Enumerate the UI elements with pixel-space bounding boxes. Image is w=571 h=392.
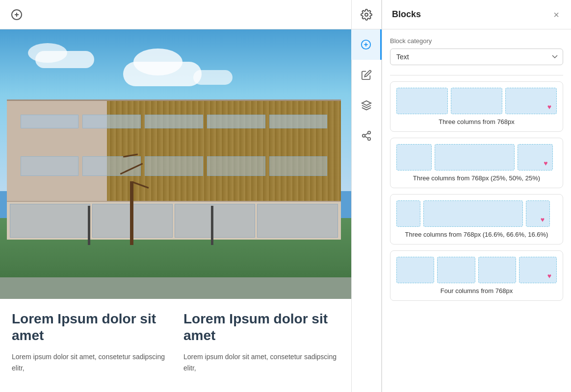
svg-point-9	[363, 134, 365, 137]
layers-icon	[361, 100, 372, 111]
block-label-4: Four columns from 768px	[396, 287, 557, 294]
col-narrow-2: ♥	[518, 144, 553, 171]
svg-point-3	[365, 13, 368, 16]
main-content: Lorem Ipsum dolor sit amet Lorem ipsum d…	[0, 29, 351, 392]
col-4-1	[396, 257, 434, 283]
svg-point-10	[368, 138, 371, 141]
building-lower	[7, 201, 340, 240]
col-4-4: ♥	[519, 257, 557, 283]
hero-image	[0, 29, 351, 299]
heading-1: Lorem Ipsum dolor sit amet	[12, 311, 168, 343]
block-preview-three-equal: ♥	[396, 88, 557, 114]
col-1	[396, 88, 448, 114]
block-preview-25-50-25: ♥	[396, 144, 557, 171]
svg-marker-7	[362, 101, 371, 105]
body-1: Lorem ipsum dolor sit amet, consetetur s…	[12, 351, 168, 373]
col-4-2	[437, 257, 475, 283]
sidebar-item-share[interactable]	[351, 121, 382, 151]
heading-2: Lorem Ipsum dolor sit amet	[183, 311, 339, 343]
favorite-button-4[interactable]: ♥	[545, 271, 554, 281]
add-blocks-icon	[361, 39, 371, 50]
lamp-post-1	[88, 206, 90, 245]
svg-point-8	[368, 131, 371, 134]
panel-title: Blocks	[392, 9, 421, 20]
text-col-2: Lorem Ipsum dolor sit amet Lorem ipsum d…	[183, 311, 339, 373]
block-label-3: Three columns from 768px (16.6%, 66.6%, …	[396, 231, 557, 238]
block-label-1: Three columns from 768px	[396, 118, 557, 125]
svg-line-11	[365, 136, 368, 138]
col-narrow-1	[396, 144, 432, 171]
hero-image-inner	[0, 29, 351, 299]
col-3: ♥	[505, 88, 557, 114]
block-card-four-col-equal[interactable]: ♥ Four columns from 768px	[390, 250, 563, 301]
block-label-2: Three columns from 768px (25%, 50%, 25%)	[396, 174, 557, 182]
block-preview-four-equal: ♥	[396, 257, 557, 283]
edit-icon	[361, 70, 372, 80]
body-2: Lorem ipsum dolor sit amet, consetetur s…	[183, 351, 339, 373]
favorite-button-3[interactable]: ♥	[538, 215, 547, 224]
cloud-3	[193, 70, 233, 85]
pavement	[0, 277, 351, 299]
plus-circle-icon	[11, 9, 23, 21]
col-tiny-2: ♥	[526, 200, 550, 227]
add-block-button[interactable]	[8, 6, 26, 24]
gear-area	[352, 0, 381, 29]
main-area: Lorem Ipsum dolor sit amet Lorem ipsum d…	[0, 0, 351, 392]
sidebar-item-edit[interactable]	[351, 60, 382, 90]
gear-icon	[361, 9, 372, 21]
sidebar-item-add-blocks[interactable]	[351, 29, 382, 60]
windows-bottom-row	[21, 156, 328, 176]
lamp-post-2	[211, 206, 213, 245]
block-category-section: Block category Text Layout Media Hero Fe…	[390, 37, 563, 73]
block-card-three-col-25-50-25[interactable]: ♥ Three columns from 768px (25%, 50%, 25…	[390, 138, 563, 188]
sidebar-item-layers[interactable]	[351, 90, 382, 121]
text-col-1: Lorem Ipsum dolor sit amet Lorem ipsum d…	[12, 311, 168, 373]
block-card-three-col-16-66-16[interactable]: ♥ Three columns from 768px (16.6%, 66.6%…	[390, 194, 563, 245]
icon-strip	[351, 0, 382, 392]
gear-button[interactable]	[358, 6, 375, 24]
tree-trunk	[130, 181, 133, 245]
col-4-3	[478, 257, 516, 283]
col-medium-1	[435, 144, 515, 171]
col-tiny-1	[396, 200, 420, 227]
block-preview-16-66-16: ♥	[396, 200, 557, 227]
col-wide-1	[423, 200, 523, 227]
col-2	[451, 88, 502, 114]
divider-1	[390, 75, 563, 75]
favorite-button-1[interactable]: ♥	[545, 102, 554, 112]
block-card-three-col-equal[interactable]: ♥ Three columns from 768px	[390, 81, 563, 132]
panel-body: Block category Text Layout Media Hero Fe…	[382, 29, 571, 392]
windows-top-row	[21, 115, 328, 128]
main-toolbar	[0, 0, 351, 29]
panel-header: Blocks ×	[382, 0, 571, 29]
building-base	[7, 99, 340, 240]
block-category-label: Block category	[390, 37, 563, 45]
block-category-dropdown[interactable]: Text Layout Media Hero Features	[390, 49, 563, 65]
text-columns: Lorem Ipsum dolor sit amet Lorem ipsum d…	[0, 299, 351, 392]
close-panel-button[interactable]: ×	[551, 8, 561, 22]
svg-line-12	[365, 133, 368, 135]
right-panel: Blocks × Block category Text Layout Medi…	[382, 0, 571, 392]
favorite-button-2[interactable]: ♥	[541, 158, 550, 168]
share-icon	[361, 130, 372, 141]
